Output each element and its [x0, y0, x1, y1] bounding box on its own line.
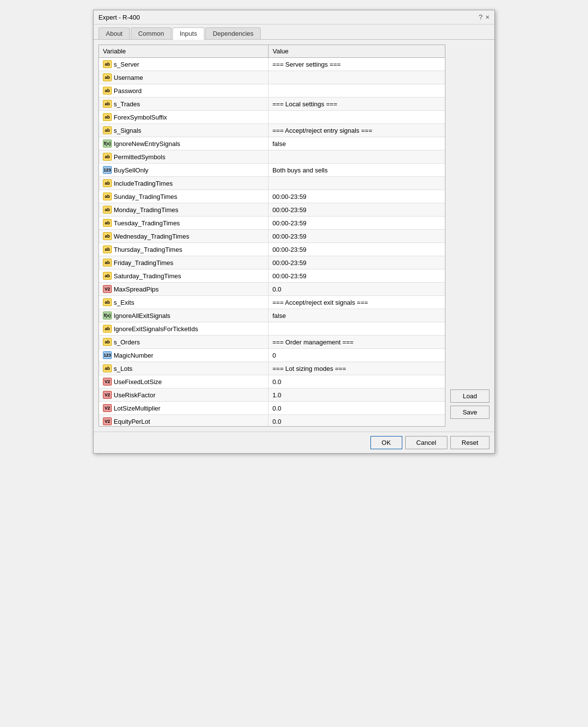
variable-name: IgnoreAllExitSignals [114, 312, 171, 319]
table-row[interactable]: V2LotSizeMultiplier0.0 [99, 402, 445, 415]
table-row[interactable]: abWednesday_TradingTimes00:00-23:59 [99, 230, 445, 243]
tab-common[interactable]: Common [131, 27, 172, 39]
table-row[interactable]: abs_Server=== Server settings === [99, 58, 445, 71]
tab-dependencies[interactable]: Dependencies [205, 27, 261, 39]
table-row[interactable]: abForexSymbolSuffix [99, 111, 445, 124]
value-cell[interactable] [269, 71, 445, 84]
variable-cell: abs_Exits [99, 296, 269, 309]
variable-name: Username [114, 74, 143, 81]
variable-cell: abMonday_TradingTimes [99, 203, 269, 216]
value-cell[interactable]: 00:00-23:59 [269, 269, 445, 283]
variable-cell: abIgnoreExitSignalsForTicketIds [99, 322, 269, 335]
variable-name: Monday_TradingTimes [114, 206, 178, 214]
table-row[interactable]: V2UseRiskFactor1.0 [99, 388, 445, 402]
help-button[interactable]: ? [479, 13, 483, 21]
close-button[interactable]: × [486, 13, 490, 21]
table-row[interactable]: abMonday_TradingTimes00:00-23:59 [99, 203, 445, 217]
inputs-table-container[interactable]: Variable Value abs_Server=== Server sett… [98, 45, 445, 427]
table-row[interactable]: abPassword [99, 84, 445, 97]
table-row[interactable]: V2MaxSpreadPips0.0 [99, 283, 445, 296]
value-cell[interactable]: 0.0 [269, 283, 445, 296]
variable-cell: abSaturday_TradingTimes [99, 269, 269, 282]
table-row[interactable]: f(x)IgnoreNewEntrySignalsfalse [99, 137, 445, 150]
value-cell[interactable]: 0.0 [269, 415, 445, 427]
variable-name: ForexSymbolSuffix [114, 114, 167, 121]
table-row[interactable]: abIncludeTradingTimes [99, 177, 445, 190]
value-cell[interactable]: 1.0 [269, 388, 445, 402]
value-cell[interactable] [269, 111, 445, 124]
value-cell[interactable] [269, 322, 445, 336]
value-cell[interactable]: Both buys and sells [269, 164, 445, 177]
table-row[interactable]: abSunday_TradingTimes00:00-23:59 [99, 190, 445, 203]
value-cell[interactable]: === Order management === [269, 336, 445, 349]
value-cell[interactable]: === Lot sizing modes === [269, 362, 445, 375]
value-cell[interactable]: === Local settings === [269, 97, 445, 111]
variable-name: s_Lots [114, 365, 132, 372]
value-cell[interactable]: 00:00-23:59 [269, 256, 445, 269]
ab-icon: ab [103, 298, 112, 306]
window: Expert - R-400 ? × About Common Inputs D… [93, 10, 495, 454]
table-row[interactable]: 123BuySellOnlyBoth buys and sells [99, 164, 445, 177]
table-row[interactable]: abs_Lots=== Lot sizing modes === [99, 362, 445, 375]
value-cell[interactable]: 0 [269, 349, 445, 362]
table-row[interactable]: V2EquityPerLot0.0 [99, 415, 445, 427]
table-row[interactable]: abs_Exits=== Accept/reject exit signals … [99, 296, 445, 309]
variable-cell: V2UseRiskFactor [99, 388, 269, 401]
save-button[interactable]: Save [450, 406, 490, 419]
variable-name: MagicNumber [114, 352, 153, 359]
variable-cell: abs_Lots [99, 362, 269, 375]
value-cell[interactable]: === Accept/reject exit signals === [269, 296, 445, 309]
variable-cell: abPermittedSymbols [99, 150, 269, 163]
tab-bar: About Common Inputs Dependencies [94, 24, 494, 40]
table-row[interactable]: abPermittedSymbols [99, 150, 445, 164]
tab-inputs[interactable]: Inputs [172, 27, 204, 40]
value-cell[interactable]: 00:00-23:59 [269, 217, 445, 230]
value-cell[interactable]: 0.0 [269, 402, 445, 415]
value-cell[interactable]: false [269, 309, 445, 322]
value-cell[interactable] [269, 84, 445, 97]
v2-icon: V2 [103, 404, 112, 412]
table-row[interactable]: V2UseFixedLotSize0.0 [99, 375, 445, 388]
variable-name: MaxSpreadPips [114, 286, 159, 293]
value-cell[interactable] [269, 177, 445, 190]
ab-icon: ab [103, 232, 112, 240]
variable-cell: abs_Orders [99, 336, 269, 348]
table-row[interactable]: abThursday_TradingTimes00:00-23:59 [99, 243, 445, 256]
load-button[interactable]: Load [450, 389, 490, 403]
table-row[interactable]: abFriday_TradingTimes00:00-23:59 [99, 256, 445, 269]
variable-cell: V2UseFixedLotSize [99, 375, 269, 388]
table-row[interactable]: abTuesday_TradingTimes00:00-23:59 [99, 217, 445, 230]
ab-icon: ab [103, 73, 112, 81]
cancel-button[interactable]: Cancel [405, 436, 447, 449]
table-row[interactable]: 123MagicNumber0 [99, 349, 445, 362]
num-icon: 123 [103, 351, 112, 359]
value-cell[interactable] [269, 150, 445, 164]
value-cell[interactable]: 00:00-23:59 [269, 230, 445, 243]
ok-button[interactable]: OK [370, 436, 402, 449]
variable-cell: V2EquityPerLot [99, 415, 269, 427]
ab-icon: ab [103, 87, 112, 95]
variable-name: Tuesday_TradingTimes [114, 219, 180, 227]
variable-name: Wednesday_TradingTimes [114, 233, 189, 240]
table-row[interactable]: abs_Trades=== Local settings === [99, 97, 445, 111]
value-cell[interactable]: false [269, 137, 445, 150]
ab-icon: ab [103, 259, 112, 267]
variable-cell: abUsername [99, 71, 269, 84]
value-cell[interactable]: 00:00-23:59 [269, 243, 445, 256]
value-cell[interactable]: 0.0 [269, 375, 445, 388]
value-cell[interactable]: === Accept/reject entry signals === [269, 124, 445, 137]
table-row[interactable]: abs_Signals=== Accept/reject entry signa… [99, 124, 445, 137]
window-title: Expert - R-400 [98, 14, 140, 21]
value-cell[interactable]: 00:00-23:59 [269, 190, 445, 203]
table-row[interactable]: abSaturday_TradingTimes00:00-23:59 [99, 269, 445, 283]
value-cell[interactable]: 00:00-23:59 [269, 203, 445, 217]
variable-cell: f(x)IgnoreNewEntrySignals [99, 137, 269, 150]
tab-about[interactable]: About [98, 27, 130, 39]
table-row[interactable]: abs_Orders=== Order management === [99, 336, 445, 349]
table-row[interactable]: f(x)IgnoreAllExitSignalsfalse [99, 309, 445, 322]
table-row[interactable]: abUsername [99, 71, 445, 84]
variable-name: Sunday_TradingTimes [114, 193, 177, 200]
value-cell[interactable]: === Server settings === [269, 58, 445, 71]
table-row[interactable]: abIgnoreExitSignalsForTicketIds [99, 322, 445, 336]
reset-button[interactable]: Reset [450, 436, 490, 449]
